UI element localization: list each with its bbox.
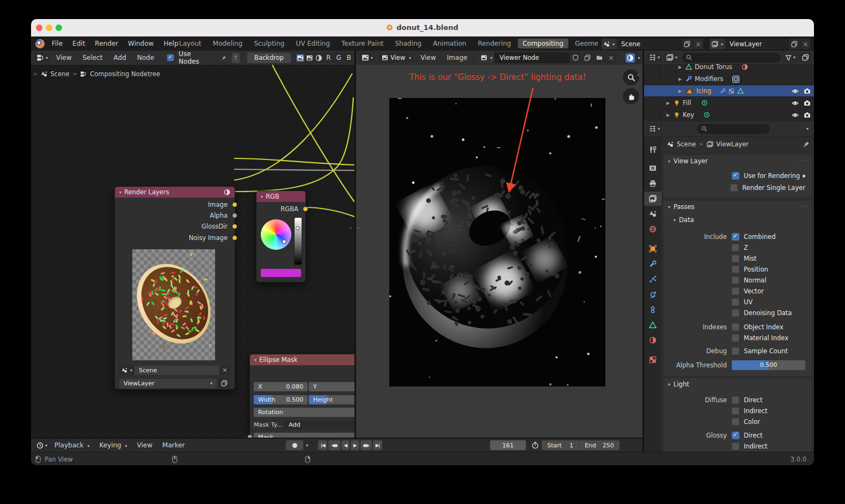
pin-icon[interactable] [803,141,810,147]
rgb-node[interactable]: ▾RGB RGBA [256,190,306,282]
hide-eye-icon[interactable] [792,112,799,119]
image-viewport[interactable]: This is our “Glossy -> Direct” lighting … [356,65,642,452]
mask-type-dropdown[interactable]: Add [284,420,354,429]
node-scene-field[interactable]: ▾ Scene [119,365,230,375]
render-single-layer-checkbox[interactable] [730,184,738,192]
height-slider[interactable]: Height [309,395,354,404]
display-channels-dropdown[interactable]: ▾ [638,56,640,60]
outliner-filter-button[interactable]: ▾ [783,53,798,62]
glossy-indirect-checkbox[interactable] [732,442,739,450]
marker-menu[interactable]: Marker [157,438,189,452]
menu-view[interactable]: View [51,51,76,65]
fake-user-icon[interactable] [570,54,581,61]
render-layers-node[interactable]: ▾Render Layers Image Alpha GlossDir Nois… [114,186,235,390]
channel-alpha-button[interactable] [315,54,323,62]
diffuse-direct-checkbox[interactable] [732,396,739,404]
outliner-filter-mode[interactable]: ▾ [664,53,679,62]
ellipse-mask-header[interactable]: ▾Ellipse Mask [250,354,354,365]
menu-window[interactable]: Window [123,36,158,51]
stopwatch-icon[interactable] [531,441,539,449]
normal-checkbox[interactable] [732,276,739,284]
disable-render-icon[interactable] [804,100,811,107]
light-panel-header[interactable]: ▾Light [664,378,812,390]
playback-menu[interactable]: Playback ▾ [50,438,94,452]
combined-checkbox[interactable] [732,233,739,241]
menu-add[interactable]: Add [109,51,131,65]
render-icon[interactable] [224,189,230,195]
diffuse-indirect-checkbox[interactable] [732,407,739,415]
play-reverse-button[interactable]: ◀ [341,440,350,450]
next-keyframe-button[interactable]: ◆▶ [360,440,372,450]
tab-output[interactable] [644,176,662,190]
menu-select[interactable]: Select [78,51,108,65]
blender-logo-icon[interactable] [35,39,45,48]
keying-menu[interactable]: Keying ▾ [94,438,132,452]
socket-alpha[interactable] [232,213,237,218]
viewlayer-copy-icon[interactable] [788,39,800,50]
use-for-rendering-checkbox[interactable] [732,172,739,180]
display-channels-button[interactable] [626,53,635,63]
passes-panel-header[interactable]: ▾Passes···· [664,201,812,213]
outliner-row-icing[interactable]: ▶ Icing [644,85,814,96]
tab-world[interactable] [644,222,662,236]
tab-scene[interactable] [644,207,662,221]
subsurf-modifier-icon[interactable] [732,75,740,83]
use-nodes-checkbox[interactable] [167,54,174,62]
tab-constraints[interactable] [644,303,662,317]
channel-color-alpha-button[interactable] [296,54,304,62]
channel-g-button[interactable]: G [334,54,343,62]
new-collection-button[interactable] [800,53,811,62]
rgb-header[interactable]: ▾RGB [256,191,305,202]
disable-render-icon[interactable] [804,88,811,95]
start-frame-field[interactable]: Start1 [542,440,579,450]
socket-noisy-image[interactable] [232,235,237,241]
end-frame-field[interactable]: End250 [579,440,620,450]
copy-datablock-icon[interactable] [581,54,593,61]
view-menu[interactable]: View [132,438,157,452]
tab-compositing[interactable]: Compositing [518,39,568,48]
denoising-data-checkbox[interactable] [732,309,739,317]
color-swatch[interactable] [261,269,301,277]
mist-checkbox[interactable] [732,255,739,262]
menu-node[interactable]: Node [132,51,159,65]
material-index-checkbox[interactable] [732,334,739,342]
properties-search-input[interactable] [697,124,770,134]
glossy-direct-checkbox[interactable] [732,432,739,439]
view-layer-panel-header[interactable]: ▾View Layer···· [664,155,812,167]
z-checkbox[interactable] [732,244,739,251]
tab-physics[interactable] [644,287,662,302]
menu-edit[interactable]: Edit [68,36,90,51]
tab-geometry-nodes[interactable]: Geometry Nodes [570,39,598,48]
width-slider[interactable]: Width0.500 [254,395,308,404]
open-image-icon[interactable] [593,54,605,61]
outliner-row-fill[interactable]: ▶ Fill [644,97,814,108]
diffuse-color-checkbox[interactable] [732,418,739,426]
properties-options-dropdown[interactable]: ▾ [806,126,809,131]
parent-node-tree-button[interactable]: ↑ [232,53,240,63]
tab-shading[interactable]: Shading [390,39,426,48]
menu-image[interactable]: Image [442,51,473,65]
node-canvas[interactable]: > Scene > Compositing Nodetree ▾Render L… [31,65,354,452]
tab-modeling[interactable]: Modeling [208,39,248,48]
auto-keying-button[interactable] [286,440,303,450]
current-frame-field[interactable]: 161 [490,440,526,450]
keying-options-dropdown[interactable]: ▾ [306,443,308,448]
menu-file[interactable]: File [47,36,68,51]
channel-b-button[interactable]: B [345,54,353,62]
socket-rgba[interactable] [303,206,308,212]
socket-image[interactable] [232,202,237,207]
uv-checkbox[interactable] [732,298,739,306]
tab-object-data[interactable] [644,318,662,332]
outliner-search-input[interactable] [682,53,781,63]
render-layer-button[interactable] [218,378,230,388]
zoom-window-button[interactable] [56,24,62,31]
editor-type-button[interactable]: ▾ [647,124,662,133]
tab-layout[interactable]: Layout [174,39,206,48]
image-datablock[interactable]: ▾ Viewer Node [479,52,617,63]
scene-unlink-icon[interactable] [693,39,703,50]
socket-glossdir[interactable] [232,224,237,229]
tab-sculpting[interactable]: Sculpting [249,39,289,48]
pan-gizmo-button[interactable] [623,88,639,105]
disable-render-icon[interactable] [804,112,811,119]
node-scene-unlink-icon[interactable] [219,365,230,375]
